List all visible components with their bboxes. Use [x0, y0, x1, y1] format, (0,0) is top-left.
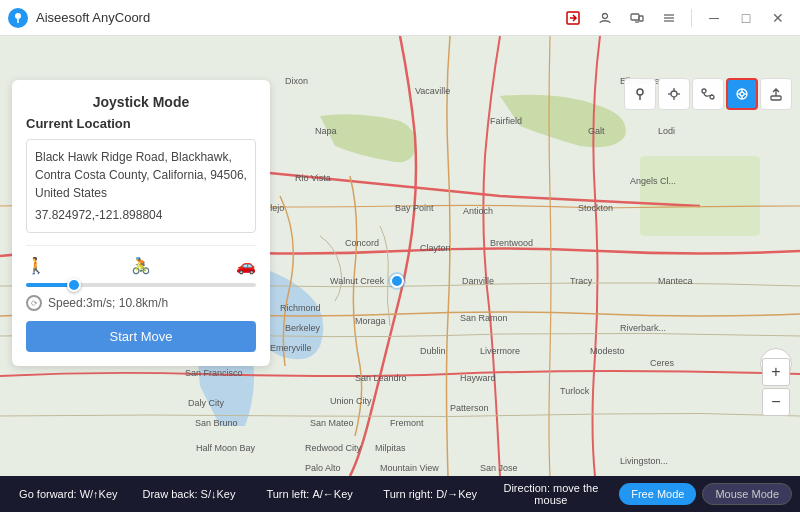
transport-modes: 🚶 🚴 🚗	[26, 256, 256, 275]
left-label: Turn left:	[266, 488, 309, 500]
maximize-button[interactable]: □	[732, 4, 760, 32]
close-button[interactable]: ✕	[764, 4, 792, 32]
speed-indicator-icon: ⟳	[26, 295, 42, 311]
svg-text:San Mateo: San Mateo	[310, 418, 354, 428]
profile-icon[interactable]	[591, 4, 619, 32]
svg-text:Ceres: Ceres	[650, 358, 675, 368]
start-move-button[interactable]: Start Move	[26, 321, 256, 352]
status-direction: Direction: move the mouse	[491, 482, 612, 506]
menu-icon[interactable]	[655, 4, 683, 32]
joystick-button[interactable]	[726, 78, 758, 110]
svg-text:Half Moon Bay: Half Moon Bay	[196, 443, 256, 453]
export-button[interactable]	[760, 78, 792, 110]
status-back: Draw back: S/↓Key	[129, 488, 250, 500]
panel-coords-text: 37.824972,-121.898804	[35, 206, 247, 224]
walk-icon[interactable]: 🚶	[26, 256, 46, 275]
speed-slider-fill	[26, 283, 72, 287]
right-label: Turn right:	[383, 488, 433, 500]
svg-text:Galt: Galt	[588, 126, 605, 136]
svg-text:Turlock: Turlock	[560, 386, 590, 396]
svg-rect-79	[771, 96, 781, 100]
svg-point-71	[702, 89, 706, 93]
back-label: Draw back:	[142, 488, 197, 500]
share-icon[interactable]	[559, 4, 587, 32]
svg-rect-4	[639, 16, 643, 21]
svg-text:San Ramon: San Ramon	[460, 313, 508, 323]
devices-icon[interactable]	[623, 4, 651, 32]
speed-slider-container[interactable]	[26, 283, 256, 287]
svg-text:Hayward: Hayward	[460, 373, 496, 383]
zoom-in-button[interactable]: +	[762, 358, 790, 386]
panel-location-label: Current Location	[26, 116, 256, 131]
svg-text:Redwood City: Redwood City	[305, 443, 362, 453]
svg-text:San Leandro: San Leandro	[355, 373, 407, 383]
speed-slider-track	[26, 283, 256, 287]
svg-text:Modesto: Modesto	[590, 346, 625, 356]
location-pin-button[interactable]	[624, 78, 656, 110]
svg-text:Angels Cl...: Angels Cl...	[630, 176, 676, 186]
back-key: S/↓Key	[201, 488, 236, 500]
direction-label: Direction:	[503, 482, 553, 494]
map-toolbar	[0, 72, 800, 116]
zoom-out-button[interactable]: −	[762, 388, 790, 416]
svg-text:San Bruno: San Bruno	[195, 418, 238, 428]
route-button[interactable]	[692, 78, 724, 110]
app-title: Aiseesoft AnyCoord	[36, 10, 559, 25]
status-forward: Go forward: W/↑Key	[8, 488, 129, 500]
forward-key: W/↑Key	[80, 488, 118, 500]
svg-text:Richmond: Richmond	[280, 303, 321, 313]
svg-text:Brentwood: Brentwood	[490, 238, 533, 248]
svg-text:Moraga: Moraga	[355, 316, 386, 326]
svg-text:Berkeley: Berkeley	[285, 323, 321, 333]
svg-text:San Francisco: San Francisco	[185, 368, 243, 378]
minimize-button[interactable]: ─	[700, 4, 728, 32]
svg-text:Bay Point: Bay Point	[395, 203, 434, 213]
left-key: A/←Key	[312, 488, 352, 500]
status-right: Turn right: D/→Key	[370, 488, 491, 500]
svg-text:Patterson: Patterson	[450, 403, 489, 413]
svg-text:Stockton: Stockton	[578, 203, 613, 213]
mouse-mode-button[interactable]: Mouse Mode	[702, 483, 792, 505]
svg-text:San Jose: San Jose	[480, 463, 518, 473]
main-content: Santa Rosa Dixon Vacaville Elk Grove Nap…	[0, 36, 800, 476]
svg-text:Manteca: Manteca	[658, 276, 693, 286]
svg-text:Antioch: Antioch	[463, 206, 493, 216]
svg-point-74	[740, 92, 744, 96]
speed-section: 🚶 🚴 🚗 ⟳ Speed:3m/s; 10.8km/h Start Move	[26, 245, 256, 352]
svg-point-0	[15, 13, 21, 19]
svg-text:Walnut Creek: Walnut Creek	[330, 276, 385, 286]
speed-info: ⟳ Speed:3m/s; 10.8km/h	[26, 295, 256, 311]
zoom-controls: + −	[762, 358, 790, 416]
svg-text:Danville: Danville	[462, 276, 494, 286]
forward-label: Go forward:	[19, 488, 76, 500]
svg-point-2	[603, 13, 608, 18]
speed-slider-thumb[interactable]	[67, 278, 81, 292]
car-icon[interactable]: 🚗	[236, 256, 256, 275]
svg-text:Palo Alto: Palo Alto	[305, 463, 341, 473]
svg-text:Daly City: Daly City	[188, 398, 225, 408]
titlebar: Aiseesoft AnyCoord ─ □ ✕	[0, 0, 800, 36]
svg-text:Emeryville: Emeryville	[270, 343, 312, 353]
svg-text:Livermore: Livermore	[480, 346, 520, 356]
svg-text:Livingston...: Livingston...	[620, 456, 668, 466]
svg-text:Riverbark...: Riverbark...	[620, 323, 666, 333]
status-left: Turn left: A/←Key	[249, 488, 370, 500]
mode-buttons: Free Mode Mouse Mode	[619, 483, 792, 505]
crosshair-button[interactable]	[658, 78, 690, 110]
svg-text:Mountain View: Mountain View	[380, 463, 439, 473]
bike-icon[interactable]: 🚴	[131, 256, 151, 275]
svg-point-65	[637, 89, 643, 95]
svg-text:Milpitas: Milpitas	[375, 443, 406, 453]
svg-text:Clayton: Clayton	[420, 243, 451, 253]
svg-rect-12	[640, 156, 760, 236]
svg-point-66	[671, 91, 677, 97]
panel-address-text: Black Hawk Ridge Road, Blackhawk, Contra…	[35, 148, 247, 202]
app-logo	[8, 8, 28, 28]
free-mode-button[interactable]: Free Mode	[619, 483, 696, 505]
panel-address-box: Black Hawk Ridge Road, Blackhawk, Contra…	[26, 139, 256, 233]
svg-text:Napa: Napa	[315, 126, 337, 136]
svg-text:Rio Vista: Rio Vista	[295, 173, 331, 183]
titlebar-controls: ─ □ ✕	[559, 4, 792, 32]
svg-text:Concord: Concord	[345, 238, 379, 248]
right-key: D/→Key	[436, 488, 477, 500]
